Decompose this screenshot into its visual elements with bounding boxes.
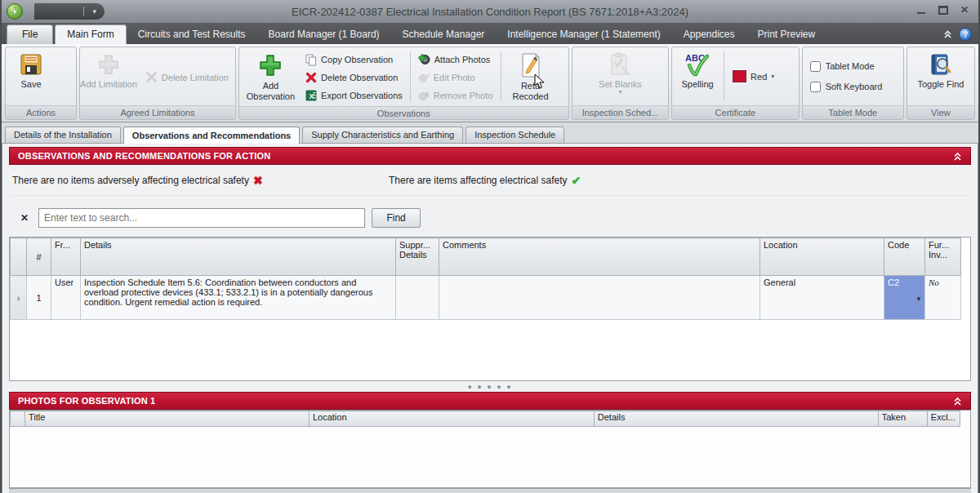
- doctab-supply-characteristics[interactable]: Supply Characteristics and Earthing: [302, 127, 463, 143]
- no-items-label: There are no items adversely affecting e…: [12, 175, 249, 186]
- cell-comments[interactable]: [439, 276, 760, 320]
- red-cross-icon: ✖: [253, 174, 263, 187]
- tab-main-form[interactable]: Main Form: [55, 24, 126, 44]
- cell-suppress-details[interactable]: [396, 276, 439, 320]
- photos-col-excl[interactable]: Excl...: [927, 411, 960, 427]
- col-number[interactable]: #: [27, 238, 51, 276]
- panel-splitter[interactable]: ● ● ● ● ●: [9, 381, 971, 392]
- window-controls: ✕: [916, 6, 970, 15]
- copy-observation-button[interactable]: Copy Observation: [301, 51, 407, 69]
- save-floppy-icon: [19, 52, 43, 77]
- close-button[interactable]: ✕: [960, 6, 970, 15]
- tab-intelligence-manager[interactable]: Intelligence Manager (1 Statement): [496, 25, 671, 44]
- maximize-button[interactable]: [938, 6, 948, 15]
- tab-file[interactable]: File: [7, 24, 53, 44]
- divider: [501, 51, 501, 102]
- soft-keyboard-label: Soft Keyboard: [826, 82, 883, 91]
- cell-further-investigation[interactable]: No: [925, 276, 961, 320]
- doctab-observations[interactable]: Observations and Recommendations: [123, 127, 300, 144]
- red-x-icon: [305, 72, 317, 83]
- clear-search-icon[interactable]: ✕: [9, 212, 32, 224]
- collapse-ribbon-icon[interactable]: [943, 30, 952, 39]
- col-code[interactable]: Code: [884, 238, 925, 276]
- delete-observation-button[interactable]: Delete Observation: [301, 69, 407, 87]
- tab-schedule-manager[interactable]: Schedule Manager: [391, 25, 497, 44]
- group-caption-view: View: [907, 105, 974, 119]
- search-input[interactable]: [38, 208, 365, 228]
- color-dropdown-icon: ▾: [771, 74, 774, 79]
- group-view: Toggle Find View: [906, 47, 975, 120]
- tablet-mode-checkbox[interactable]: [810, 61, 821, 72]
- document-tabs: Details of the Installation Observations…: [2, 122, 978, 144]
- group-actions: Save Actions: [5, 47, 77, 120]
- app-icon[interactable]: [7, 3, 23, 20]
- copy-icon: [305, 54, 317, 66]
- code-color-dropdown[interactable]: Red ▾: [728, 49, 779, 104]
- col-details[interactable]: Details: [81, 238, 396, 276]
- photos-col-location[interactable]: Location: [309, 411, 594, 427]
- attach-photos-button[interactable]: Attach Photos: [414, 51, 497, 69]
- col-further-investigation[interactable]: Fur...Inv...: [925, 238, 961, 276]
- items-option[interactable]: There are items affecting electrical saf…: [389, 174, 581, 187]
- delete-limitation-button[interactable]: Delete Limitation: [141, 69, 233, 87]
- observations-panel-title: OBSERVATIONS AND RECOMMENDATIONS FOR ACT…: [18, 151, 270, 161]
- row-selected-indicator: ›: [11, 276, 27, 320]
- tablet-mode-checkbox-row[interactable]: Tablet Mode: [805, 60, 901, 73]
- green-plus-icon: [257, 52, 283, 78]
- cell-location[interactable]: General: [760, 276, 884, 320]
- save-button[interactable]: Save: [8, 49, 54, 104]
- green-check-icon: ✔: [572, 174, 581, 187]
- group-observations: AddObservation Copy Observation: [238, 47, 569, 120]
- code-color-label: Red: [751, 72, 767, 82]
- set-blanks-button[interactable]: Set Blanks ▾: [594, 49, 647, 104]
- photos-header-row: Title Location Details Taken Excl...: [11, 411, 960, 427]
- collapse-photos-panel-icon[interactable]: [953, 397, 962, 406]
- collapse-panel-icon[interactable]: [953, 152, 962, 161]
- qat-dropdown-icon[interactable]: ▾: [92, 7, 96, 16]
- quick-access-toolbar[interactable]: ▾: [34, 3, 105, 20]
- search-row: ✕ Find: [9, 207, 971, 229]
- col-suppress-details[interactable]: Suppr...Details: [396, 238, 439, 276]
- remove-photo-button[interactable]: Remove Photo: [414, 87, 497, 104]
- tab-appendices[interactable]: Appendices: [672, 25, 746, 44]
- cell-number[interactable]: 1: [27, 276, 51, 320]
- tab-print-preview[interactable]: Print Preview: [746, 25, 827, 44]
- doctab-inspection-schedule[interactable]: Inspection Schedule: [466, 127, 564, 143]
- col-comments[interactable]: Comments: [439, 238, 760, 276]
- save-label: Save: [20, 79, 41, 90]
- col-indicator: [11, 238, 27, 276]
- find-button[interactable]: Find: [372, 208, 421, 228]
- app-window: ▾ EICR-202412-0387 Electrical Installati…: [0, 0, 980, 493]
- toggle-find-button[interactable]: Toggle Find: [913, 49, 969, 104]
- photos-col-taken[interactable]: Taken: [878, 411, 927, 427]
- delete-observation-label: Delete Observation: [321, 73, 398, 82]
- photos-col-details[interactable]: Details: [594, 411, 878, 427]
- no-items-option[interactable]: There are no items adversely affecting e…: [9, 174, 263, 187]
- soft-keyboard-checkbox-row[interactable]: Soft Keyboard: [805, 80, 901, 94]
- cell-code-dropdown[interactable]: C2▼: [884, 276, 925, 320]
- divider: [410, 51, 411, 102]
- spelling-button[interactable]: ABC Spelling: [675, 49, 720, 104]
- minimize-button[interactable]: [916, 6, 926, 15]
- tab-board-manager[interactable]: Board Manager (1 Board): [257, 25, 391, 44]
- tablet-mode-label: Tablet Mode: [826, 61, 875, 71]
- col-from[interactable]: Fr...: [51, 238, 81, 276]
- group-agreed-limitations: Add Limitation Delete Limitation Agreed …: [79, 47, 236, 120]
- help-button[interactable]: ?: [959, 28, 972, 41]
- col-location[interactable]: Location: [760, 238, 884, 276]
- export-observations-button[interactable]: X Export Observations: [301, 87, 407, 104]
- plus-icon: [96, 52, 121, 77]
- recoded-button[interactable]: RetaRecoded: [505, 49, 557, 104]
- tab-circuits[interactable]: Circuits and Test Results: [127, 25, 257, 44]
- add-observation-button[interactable]: AddObservation: [242, 49, 300, 104]
- observation-row-1[interactable]: › 1 User Inspection Schedule Item 5.6: C…: [11, 276, 961, 320]
- photos-col-title[interactable]: Title: [25, 411, 310, 427]
- cell-details[interactable]: Inspection Schedule Item 5.6: Coordinati…: [81, 276, 396, 320]
- excel-icon: X: [305, 90, 317, 101]
- add-limitation-button[interactable]: Add Limitation: [82, 49, 135, 104]
- doctab-details-installation[interactable]: Details of the Installation: [5, 127, 121, 143]
- photos-panel-header: PHOTOS FOR OBSERVATION 1: [9, 392, 971, 410]
- edit-photo-button[interactable]: Edit Photo: [414, 69, 497, 87]
- soft-keyboard-checkbox[interactable]: [810, 82, 821, 92]
- cell-from[interactable]: User: [51, 276, 81, 320]
